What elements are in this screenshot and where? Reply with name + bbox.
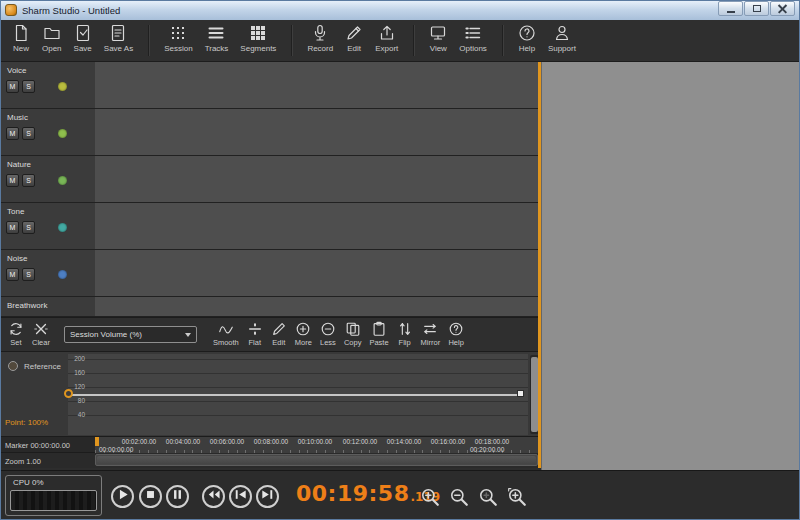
- timeline-ruler[interactable]: 00:02:00.00 00:04:00.00 00:06:00.00 00:0…: [95, 437, 538, 453]
- grid-line: [68, 359, 528, 360]
- zoom-out-button[interactable]: [449, 487, 469, 507]
- toolbar-label: Save As: [104, 44, 133, 53]
- track-lane[interactable]: [95, 109, 538, 155]
- envelope-value-line[interactable]: [68, 394, 520, 396]
- envelope-end-handle[interactable]: [517, 390, 524, 397]
- view-button[interactable]: View: [423, 20, 453, 61]
- more-button[interactable]: More: [291, 318, 316, 351]
- envelope-panel: Reference Point: 100% 200 160 120 80 40: [0, 352, 538, 437]
- mute-button[interactable]: M: [6, 268, 19, 281]
- help-button[interactable]: Help: [512, 20, 542, 61]
- minimize-button[interactable]: [718, 1, 743, 16]
- segments-button[interactable]: Segments: [234, 20, 282, 61]
- solo-button[interactable]: S: [22, 127, 35, 140]
- track-color-dot[interactable]: [58, 223, 67, 232]
- options-button[interactable]: Options: [453, 20, 493, 61]
- help-question-icon: [448, 320, 464, 337]
- support-button[interactable]: Support: [542, 20, 582, 61]
- track-lane[interactable]: [95, 156, 538, 202]
- track-header[interactable]: Music M S: [0, 109, 95, 155]
- envelope-start-point[interactable]: [64, 389, 73, 398]
- track-header[interactable]: Nature M S: [0, 156, 95, 202]
- toolbar-label: Mirror: [421, 338, 441, 347]
- session-button[interactable]: Session: [158, 20, 198, 61]
- solo-button[interactable]: S: [22, 268, 35, 281]
- zoom-fit-button[interactable]: [507, 487, 527, 507]
- play-button[interactable]: [111, 485, 134, 508]
- edit-envelope-button[interactable]: Edit: [267, 318, 291, 351]
- open-button[interactable]: Open: [36, 20, 68, 61]
- zoom-in-button[interactable]: [420, 487, 440, 507]
- track-name: Nature: [7, 160, 31, 169]
- maximize-button[interactable]: [744, 1, 769, 16]
- export-button[interactable]: Export: [369, 20, 404, 61]
- minimize-icon: [727, 11, 735, 13]
- track-row: Voice M S: [0, 62, 538, 109]
- grid-line: [68, 387, 528, 388]
- ruler-time-label: 00:06:00.00: [205, 438, 249, 445]
- paste-clipboard-icon: [371, 320, 387, 337]
- clear-button[interactable]: Clear: [28, 318, 54, 351]
- horizontal-scrollbar[interactable]: [95, 454, 538, 466]
- record-button[interactable]: Record: [301, 20, 339, 61]
- track-header[interactable]: Breathwork: [0, 297, 95, 316]
- flip-button[interactable]: Flip: [393, 318, 417, 351]
- solo-button[interactable]: S: [22, 221, 35, 234]
- track-lane[interactable]: [95, 297, 538, 316]
- track-list: Voice M S Music M S Nature M S Tone M S: [0, 62, 538, 317]
- less-button[interactable]: Less: [316, 318, 340, 351]
- track-color-dot[interactable]: [58, 82, 67, 91]
- track-lane[interactable]: [95, 62, 538, 108]
- skip-start-button[interactable]: [229, 485, 252, 508]
- grid-line: [68, 373, 528, 374]
- paste-button[interactable]: Paste: [365, 318, 392, 351]
- track-color-dot[interactable]: [58, 129, 67, 138]
- track-row: Music M S: [0, 109, 538, 156]
- track-color-dot[interactable]: [58, 270, 67, 279]
- mute-button[interactable]: M: [6, 174, 19, 187]
- envelope-selector[interactable]: Session Volume (%): [64, 326, 197, 343]
- tracks-button[interactable]: Tracks: [199, 20, 235, 61]
- mirror-button[interactable]: Mirror: [417, 318, 445, 351]
- solo-button[interactable]: S: [22, 80, 35, 93]
- track-header[interactable]: Voice M S: [0, 62, 95, 108]
- skip-end-button[interactable]: [256, 485, 279, 508]
- mute-button[interactable]: M: [6, 127, 19, 140]
- save-as-button[interactable]: Save As: [98, 20, 139, 61]
- save-button[interactable]: Save: [68, 20, 98, 61]
- rewind-button[interactable]: [202, 485, 225, 508]
- scrollbar-thumb[interactable]: [97, 456, 536, 464]
- envelope-graph[interactable]: 200 160 120 80 40: [68, 354, 528, 435]
- microphone-icon: [311, 23, 329, 42]
- stop-button[interactable]: [139, 485, 162, 508]
- zoom-reset-button[interactable]: [478, 487, 498, 507]
- title-bar[interactable]: Sharm Studio - Untitled: [0, 0, 800, 20]
- ruler-time-label: 00:02:00.00: [117, 438, 161, 445]
- toolbar-label: View: [430, 44, 447, 53]
- mute-button[interactable]: M: [6, 221, 19, 234]
- mute-button[interactable]: M: [6, 80, 19, 93]
- track-lane[interactable]: [95, 203, 538, 249]
- skip-end-icon: [258, 485, 277, 508]
- track-color-dot[interactable]: [58, 176, 67, 185]
- clear-cross-icon: [33, 320, 49, 337]
- track-header[interactable]: Noise M S: [0, 250, 95, 296]
- track-lane[interactable]: [95, 250, 538, 296]
- smooth-button[interactable]: Smooth: [209, 318, 243, 351]
- maximize-icon: [753, 5, 761, 12]
- envelope-help-button[interactable]: Help: [444, 318, 468, 351]
- solo-button[interactable]: S: [22, 174, 35, 187]
- edit-button[interactable]: Edit: [339, 20, 369, 61]
- set-button[interactable]: Set: [4, 318, 28, 351]
- reference-radio[interactable]: [8, 361, 18, 371]
- flat-button[interactable]: Flat: [243, 318, 267, 351]
- monitor-icon: [429, 23, 447, 42]
- cpu-label: CPU 0%: [13, 478, 44, 487]
- close-button[interactable]: [770, 1, 795, 16]
- scrollbar-thumb[interactable]: [531, 357, 538, 432]
- pause-button[interactable]: [166, 485, 189, 508]
- new-button[interactable]: New: [6, 20, 36, 61]
- toolbar-label: Segments: [240, 44, 276, 53]
- track-header[interactable]: Tone M S: [0, 203, 95, 249]
- copy-button[interactable]: Copy: [340, 318, 366, 351]
